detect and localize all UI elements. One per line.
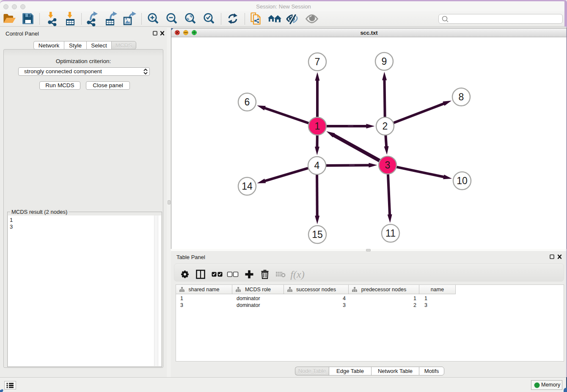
svg-text:10: 10: [457, 175, 468, 186]
svg-text:2: 2: [383, 121, 388, 132]
svg-text:4: 4: [314, 160, 320, 171]
svg-text:f(x): f(x): [290, 269, 304, 280]
svg-text:1: 1: [315, 121, 320, 132]
svg-text:9: 9: [382, 56, 387, 67]
svg-text:15: 15: [312, 229, 323, 240]
svg-text:8: 8: [459, 91, 464, 102]
svg-text:3: 3: [385, 160, 391, 171]
svg-text:7: 7: [315, 56, 320, 67]
svg-text:14: 14: [242, 181, 253, 192]
svg-text:6: 6: [245, 97, 250, 108]
svg-text:11: 11: [385, 228, 396, 239]
